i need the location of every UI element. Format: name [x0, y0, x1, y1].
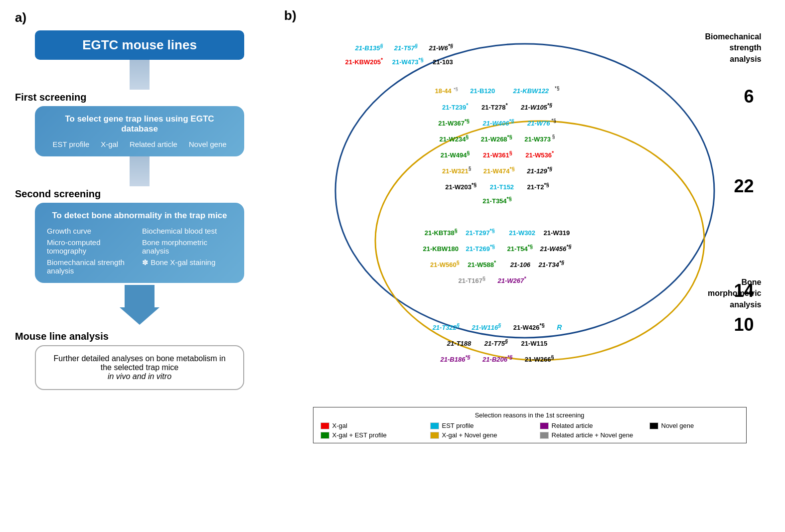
- legend-row-2: X-gal + EST profile X-gal + Novel gene R…: [320, 431, 739, 439]
- legend-est-color: [430, 422, 439, 429]
- genes-yellow-row3: 21-W560§ 21-W588* 21-106 21-T34*§: [335, 258, 659, 271]
- number-10: 10: [734, 314, 754, 335]
- genes-inter-row4: 21-W234§ 21-W268*§ 21-W373 §: [323, 132, 672, 145]
- legend-xgal-est-label: X-gal + EST profile: [332, 431, 387, 439]
- final-box-text: Further detailed analyses on bone metabo…: [48, 354, 231, 381]
- legend-xgal: X-gal: [320, 422, 420, 429]
- genes-yellow-row1: 21-KBT38§ 21-T297*§ 21-W302 21-W319: [335, 226, 659, 239]
- genes-inter-row6: 21-W321§ 21-W474*§ 21-129*§: [323, 164, 672, 177]
- first-screening-label: First screening: [15, 92, 86, 103]
- egtc-title-box: EGTC mouse lines: [35, 30, 244, 60]
- item-related: Related article: [130, 140, 177, 148]
- legend-related-color: [540, 422, 549, 429]
- legend-xgal-color: [320, 422, 329, 429]
- legend-novel: Novel gene: [649, 422, 749, 429]
- connector-1: [130, 60, 150, 90]
- item-biochem: Biochemical blood test: [142, 227, 232, 235]
- item-est: EST profile: [52, 140, 89, 148]
- item-bone-morph: Bone morphometric analysis: [142, 238, 232, 255]
- legend-novel-color: [649, 422, 658, 429]
- big-arrow: [120, 285, 159, 327]
- legend-title: Selection reasons in the 1st screening: [320, 411, 739, 419]
- legend-est: EST profile: [430, 422, 530, 429]
- legend-related-label: Related article: [552, 422, 593, 429]
- mouse-line-label: Mouse line analysis: [15, 331, 109, 342]
- bone-label: Bonemorphometricanalysis: [708, 277, 762, 310]
- genes-outside-row2: 21-T188 21-T75§ 21-W115: [335, 336, 659, 350]
- first-screening-items: EST profile X-gal Related article Novel …: [47, 140, 232, 148]
- item-xgal: X-gal: [101, 140, 118, 148]
- panel-label-a: a): [15, 10, 26, 25]
- legend-xgal-label: X-gal: [332, 422, 347, 429]
- genes-top-row2: 21-KBW205* 21-W473*§ 21-103: [345, 55, 453, 68]
- legend-xgal-novel-label: X-gal + Novel gene: [442, 431, 497, 439]
- left-panel: a) EGTC mouse lines First screening To s…: [0, 0, 279, 532]
- second-screening-items: Growth curve Biochemical blood test Micr…: [47, 227, 232, 275]
- legend-related-novel: Related article + Novel gene: [540, 431, 639, 439]
- item-micro: Micro-computed tomography: [47, 238, 137, 255]
- genes-inter-row2: 21-T239* 21-T278* 21-W105*§: [323, 100, 672, 114]
- genes-inter-row8: 21-T354*§: [323, 196, 672, 205]
- number-22: 22: [734, 176, 754, 197]
- legend-related: Related article: [540, 422, 639, 429]
- legend-xgal-est: X-gal + EST profile: [320, 431, 420, 439]
- venn-diagram: 6 22 14 10 Biomechanicalstrengthanalysis…: [296, 26, 764, 405]
- legend-novel-label: Novel gene: [661, 422, 694, 429]
- second-screening-box: To detect bone abnormality in the trap m…: [35, 203, 244, 283]
- item-bone-xgal: ✽ Bone X-gal staining: [142, 258, 232, 275]
- panel-label-b: b): [284, 8, 775, 23]
- right-panel: b) 6 22 14 10 Biomechanicalstrengthanaly…: [279, 0, 785, 532]
- genes-inter-row1: 18-44 *§ 21-B120 21-KBW122*§: [323, 84, 672, 97]
- second-screening-label: Second screening: [15, 188, 101, 200]
- legend-est-label: EST profile: [442, 422, 474, 429]
- legend-xgal-novel: X-gal + Novel gene: [430, 431, 530, 439]
- first-screening-title: To select gene trap lines using EGTC dat…: [47, 114, 232, 134]
- final-box: Further detailed analyses on bone metabo…: [35, 345, 244, 390]
- genes-inter-row7: 21-W203*§ 21-T152 21-T2*§: [323, 180, 672, 193]
- genes-inter-row3: 21-W367*§ 21-W406*§ 21-W76 *§: [323, 116, 672, 130]
- genes-inter-row5: 21-W494§ 21-W361§ 21-W536*: [323, 148, 672, 161]
- item-novel: Novel gene: [189, 140, 227, 148]
- legend-related-novel-label: Related article + Novel gene: [552, 431, 633, 439]
- legend-rows: X-gal EST profile Related article Novel …: [320, 422, 739, 439]
- bm-label: Biomechanicalstrengthanalysis: [705, 31, 762, 65]
- item-growth: Growth curve: [47, 227, 137, 235]
- second-screening-title: To detect bone abnormality in the trap m…: [47, 211, 232, 221]
- first-screening-box: To select gene trap lines using EGTC dat…: [35, 106, 244, 156]
- legend-row-1: X-gal EST profile Related article Novel …: [320, 422, 739, 429]
- genes-yellow-row2: 21-KBW180 21-T269*§ 21-T54*§ 21-W456*§: [335, 242, 659, 255]
- legend: Selection reasons in the 1st screening X…: [313, 407, 747, 443]
- legend-xgal-est-color: [320, 432, 329, 439]
- genes-yellow-row4: 21-T167§ 21-W267*: [335, 273, 659, 287]
- connector-2: [130, 156, 150, 186]
- genes-outside-row3: 21-B186*§ 21-B206*§ 21-W266§: [335, 352, 659, 366]
- legend-xgal-novel-color: [430, 432, 439, 439]
- genes-outside-row1: 21-T322§ 21-W116§ 21-W426*§ R: [335, 320, 659, 334]
- number-6: 6: [744, 86, 754, 107]
- svg-marker-0: [120, 285, 159, 325]
- legend-related-novel-color: [540, 432, 549, 439]
- item-biomech: Biomechanical strength analysis: [47, 258, 137, 275]
- genes-top-row1: 21-B135§ 21-T57§ 21-W6*§: [355, 41, 454, 54]
